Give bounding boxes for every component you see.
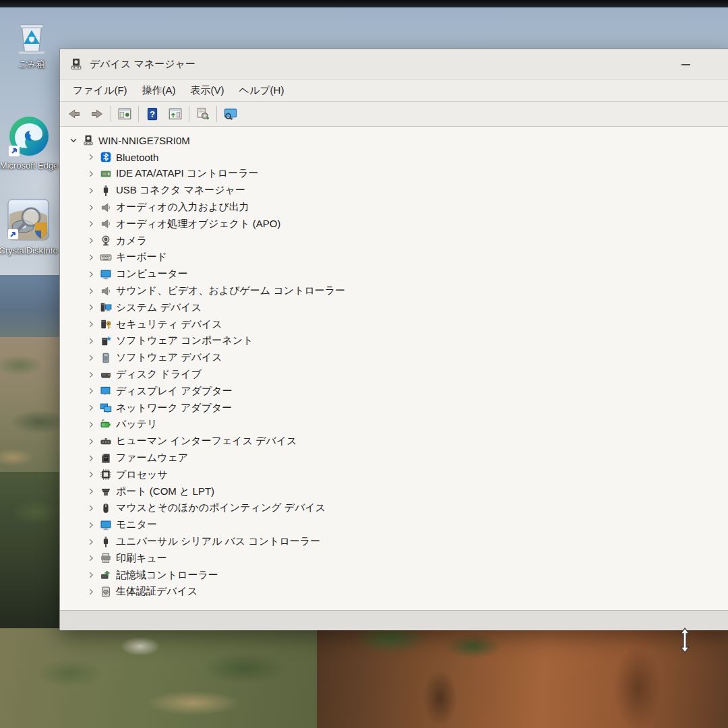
disk-icon [100, 369, 112, 381]
forward-button[interactable] [86, 104, 109, 124]
chevron-right-icon[interactable] [84, 335, 98, 346]
tree-item[interactable]: 生体認証デバイス [60, 584, 728, 601]
tree-item[interactable]: ネットワーク アダプター [60, 400, 728, 417]
tree-item[interactable]: コンピューター [60, 266, 728, 282]
tree-item-label: WIN-NNIGE7SRI0M [98, 135, 190, 146]
help-button[interactable]: ? [141, 104, 164, 124]
tree-item[interactable]: マウスとそのほかのポインティング デバイス [60, 500, 728, 517]
bluetooth-icon [100, 151, 112, 163]
hid-icon [100, 435, 112, 448]
help-icon: ? [146, 107, 159, 121]
tree-item[interactable]: ユニバーサル シリアル バス コントローラー [60, 533, 728, 550]
device-tree-panel: WIN-NNIGE7SRI0MBluetoothIDE ATA/ATAPI コン… [60, 127, 728, 610]
edge-icon [7, 115, 51, 158]
scan-hardware-button[interactable] [191, 104, 214, 124]
chevron-right-icon[interactable] [84, 502, 98, 514]
keyboard-icon [100, 251, 112, 264]
chevron-right-icon[interactable] [84, 251, 98, 263]
tree-item-label: ソフトウェア コンポーネント [116, 334, 253, 347]
tree-item[interactable]: ディスク ドライブ [60, 366, 728, 383]
chevron-right-icon[interactable] [84, 185, 98, 196]
tree-item[interactable]: モニター [60, 516, 728, 533]
minimize-button[interactable] [671, 49, 700, 80]
tree-item[interactable]: バッテリ [60, 417, 728, 433]
chevron-right-icon[interactable] [84, 235, 98, 247]
show-console-tree-icon [118, 107, 131, 121]
tree-item-label: Bluetooth [116, 152, 158, 163]
chevron-right-icon[interactable] [84, 369, 98, 380]
back-button[interactable] [63, 104, 86, 124]
chevron-right-icon[interactable] [84, 152, 98, 163]
chevron-right-icon[interactable] [84, 402, 98, 414]
chevron-right-icon[interactable] [84, 352, 98, 363]
chevron-right-icon[interactable] [84, 553, 98, 564]
chevron-down-icon[interactable] [67, 135, 80, 146]
firmware-icon [100, 452, 112, 464]
chevron-right-icon[interactable] [84, 469, 98, 481]
device-manager-window: デバイス マネージャー ファイル(F) 操作(A) 表示(V) ヘルプ(H) ?… [59, 49, 728, 630]
show-console-tree-button[interactable] [113, 104, 136, 124]
chevron-right-icon[interactable] [84, 386, 98, 397]
tree-item-label: ポート (COM と LPT) [116, 485, 214, 498]
tree-item-label: IDE ATA/ATAPI コントローラー [116, 167, 259, 180]
chevron-right-icon[interactable] [84, 486, 98, 497]
device-manager-app-icon [69, 57, 83, 71]
speaker-icon [100, 285, 112, 297]
chevron-right-icon[interactable] [84, 586, 98, 597]
port-icon [100, 485, 112, 497]
tree-item[interactable]: ソフトウェア コンポーネント [60, 333, 728, 350]
battery-icon [100, 419, 112, 431]
chevron-right-icon[interactable] [84, 452, 98, 464]
tree-item[interactable]: 印刷キュー [60, 550, 728, 567]
tree-item[interactable]: セキュリティ デバイス [60, 316, 728, 333]
tree-item[interactable]: プロセッサ [60, 466, 728, 483]
tree-item[interactable]: ヒューマン インターフェイス デバイス [60, 433, 728, 450]
tree-item-label: 生体認証デバイス [116, 585, 198, 598]
chevron-right-icon[interactable] [84, 419, 98, 430]
tree-item[interactable]: オーディオ処理オブジェクト (APO) [60, 216, 728, 233]
chevron-right-icon[interactable] [84, 435, 98, 447]
tree-item-label: セキュリティ デバイス [116, 318, 222, 331]
title-bar[interactable]: デバイス マネージャー [60, 49, 728, 80]
chevron-right-icon[interactable] [84, 268, 98, 280]
tree-item[interactable]: オーディオの入力および出力 [60, 199, 728, 216]
tree-item[interactable]: サウンド、ビデオ、およびゲーム コントローラー [60, 282, 728, 299]
menu-view[interactable]: 表示(V) [183, 82, 232, 100]
tree-item[interactable]: IDE ATA/ATAPI コントローラー [60, 166, 728, 183]
desktop-icon-edge[interactable]: Microsoft Edge [0, 115, 69, 171]
tree-item-label: ファームウェア [116, 452, 188, 464]
chevron-right-icon[interactable] [84, 519, 98, 530]
properties-button[interactable] [164, 104, 187, 124]
tree-item[interactable]: システム デバイス [60, 299, 728, 316]
chevron-right-icon[interactable] [84, 218, 98, 230]
menu-file[interactable]: ファイル(F) [65, 82, 135, 100]
resize-vertical-cursor [678, 628, 692, 653]
tree-item[interactable]: ファームウェア [60, 450, 728, 466]
chevron-right-icon[interactable] [84, 536, 98, 547]
chevron-right-icon[interactable] [84, 570, 98, 581]
chevron-right-icon[interactable] [84, 302, 98, 313]
chevron-right-icon[interactable] [84, 202, 98, 213]
tree-item[interactable]: ディスプレイ アダプター [60, 383, 728, 400]
menu-action[interactable]: 操作(A) [135, 82, 183, 100]
chevron-right-icon[interactable] [84, 285, 98, 297]
tree-item[interactable]: Bluetooth [60, 149, 728, 166]
tree-item[interactable]: ポート (COM と LPT) [60, 483, 728, 500]
chevron-right-icon[interactable] [84, 319, 98, 330]
chevron-right-icon[interactable] [84, 168, 98, 179]
tree-item[interactable]: 記憶域コントローラー [60, 567, 728, 584]
device-manager-monitor-button[interactable] [219, 104, 242, 124]
software-device-icon [100, 352, 112, 364]
desktop-icon-recycle-bin[interactable]: ごみ箱 [5, 15, 58, 70]
biometric-icon [100, 586, 112, 598]
tree-item[interactable]: USB コネクタ マネージャー [60, 182, 728, 199]
desktop-icon-crystaldiskinfo[interactable]: CrystalDiskInfo [0, 197, 66, 255]
tree-item[interactable]: カメラ [60, 233, 728, 249]
tree-item[interactable]: キーボード [60, 249, 728, 266]
maximize-button[interactable] [721, 49, 728, 80]
tree-root[interactable]: WIN-NNIGE7SRI0M [60, 132, 728, 149]
toolbar-separator [216, 106, 217, 122]
menu-help[interactable]: ヘルプ(H) [232, 82, 292, 100]
usb-icon [100, 536, 112, 548]
tree-item[interactable]: ソフトウェア デバイス [60, 349, 728, 366]
